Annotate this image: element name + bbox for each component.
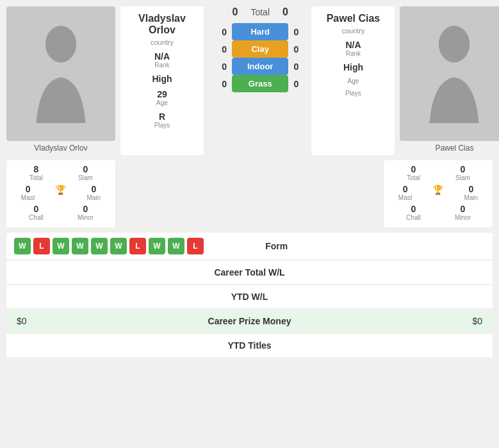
ytd-titles-row: YTD Titles [6,334,493,357]
left-rank-label: Rank [127,62,197,69]
left-player-section: Vladyslav Orlov [6,6,115,155]
right-trophy-icon: 🏆 [432,185,443,195]
total-left-score: 0 [233,6,238,18]
left-total-label: Total [12,174,61,181]
right-card-spacer [295,160,379,228]
right-age-block: Age [318,78,388,85]
left-mast-label: Mast [12,194,44,201]
clay-row: 0 Clay 0 [220,40,300,58]
right-player-section: Pawel Cias [400,6,499,155]
right-player-silhouette [419,22,489,125]
hard-button[interactable]: Hard [232,23,288,40]
right-slam-label: Slam [438,174,487,181]
right-total-value: 0 [389,164,438,174]
left-rank-block: N/A Rank [127,51,197,69]
right-rank-block: N/A Rank [318,40,388,57]
svg-point-0 [45,26,76,62]
right-minor-value: 0 [438,204,487,214]
right-slam-value: 0 [438,164,487,174]
left-player-photo [6,6,115,141]
right-minor-label: Minor [438,214,487,221]
left-age-block: 29 Age [127,89,197,106]
left-main-label: Main [78,194,110,201]
form-badge-w: W [110,238,127,254]
right-rank-value: N/A [318,40,388,50]
right-player-name-top: Pawel Cias [318,13,388,24]
left-player-silhouette [26,22,96,125]
left-mast-value: 0 [12,184,44,194]
right-plays-block: Plays [318,90,388,97]
right-player-stats-card: Pawel Cias country N/A Rank High Age Pla… [311,6,395,155]
right-high-block: High [318,62,388,72]
grass-left: 0 [220,79,228,89]
form-label: Form [209,241,345,251]
indoor-button[interactable]: Indoor [232,58,288,75]
form-badge-w: W [149,238,165,254]
career-prize-label: Career Prize Money [133,316,366,326]
hard-right: 0 [292,27,300,37]
left-rank-value: N/A [127,51,197,62]
right-age-label: Age [318,78,388,85]
clay-button[interactable]: Clay [232,40,288,58]
left-player-name: Vladyslav Orlov [127,13,197,36]
left-slam-label: Slam [61,174,110,181]
career-prize-right: $0 [366,316,482,326]
left-player-name-under: Vladyslav Orlov [6,141,115,155]
grass-right: 0 [292,79,300,89]
left-bottom-stats: 8 Total 0 Slam 0 Mast 🏆 0 Main [6,160,115,228]
left-high-block: High [127,74,197,84]
right-mast-label: Mast [389,194,421,201]
right-player-photo [400,6,499,141]
right-rank-label: Rank [318,50,388,57]
clay-left: 0 [220,44,228,54]
left-slam-value: 0 [61,164,110,174]
left-minor-label: Minor [61,214,110,221]
right-main-value: 0 [455,184,487,194]
left-trophy-icon: 🏆 [55,185,66,195]
clay-right: 0 [292,44,300,54]
left-age-value: 29 [127,89,197,99]
form-badge-w: W [72,238,88,254]
left-chall-label: Chall [12,214,61,221]
svg-point-1 [439,26,470,62]
total-label: Total [243,7,277,17]
left-total-value: 8 [12,164,61,174]
career-total-wl-row: Career Total W/L [6,261,493,284]
right-player-name-under: Pawel Cias [400,141,499,155]
right-player-country: country [318,27,388,35]
left-age-label: Age [127,99,197,106]
form-badge-w: W [53,238,69,254]
left-plays-value: R [127,112,197,122]
left-chall-value: 0 [12,204,61,214]
hard-row: 0 Hard 0 [220,23,300,40]
left-card-spacer [120,160,217,228]
left-main-value: 0 [78,184,110,194]
form-badge-l: L [187,238,204,254]
left-plays-label: Plays [127,122,197,129]
left-player-country: country [127,38,197,46]
center-spacer [222,160,290,228]
career-total-wl-label: Career Total W/L [133,267,366,278]
hard-left: 0 [220,27,228,37]
indoor-right: 0 [292,62,300,72]
form-badge-l: L [33,238,50,254]
career-prize-left: $0 [17,316,133,326]
grass-row: 0 Grass 0 [220,75,300,92]
right-main-label: Main [455,194,487,201]
right-mast-value: 0 [389,184,421,194]
right-total-label: Total [389,174,438,181]
right-chall-value: 0 [389,204,438,214]
indoor-row: 0 Indoor 0 [220,58,300,75]
right-plays-label: Plays [318,90,388,97]
grass-button[interactable]: Grass [232,75,288,92]
ytd-wl-label: YTD W/L [231,292,268,302]
center-courts-section: 0 Total 0 0 Hard 0 0 Clay 0 0 Indoor 0 [214,6,306,155]
left-plays-block: R Plays [127,112,197,129]
ytd-wl-row: YTD W/L [6,285,493,308]
form-badge-w: W [168,238,184,254]
form-badges-left: WLWWWWLWWL [14,238,204,254]
indoor-left: 0 [220,62,228,72]
right-chall-label: Chall [389,214,438,221]
form-section: WLWWWWLWWL Form [6,233,493,260]
left-minor-value: 0 [61,204,110,214]
